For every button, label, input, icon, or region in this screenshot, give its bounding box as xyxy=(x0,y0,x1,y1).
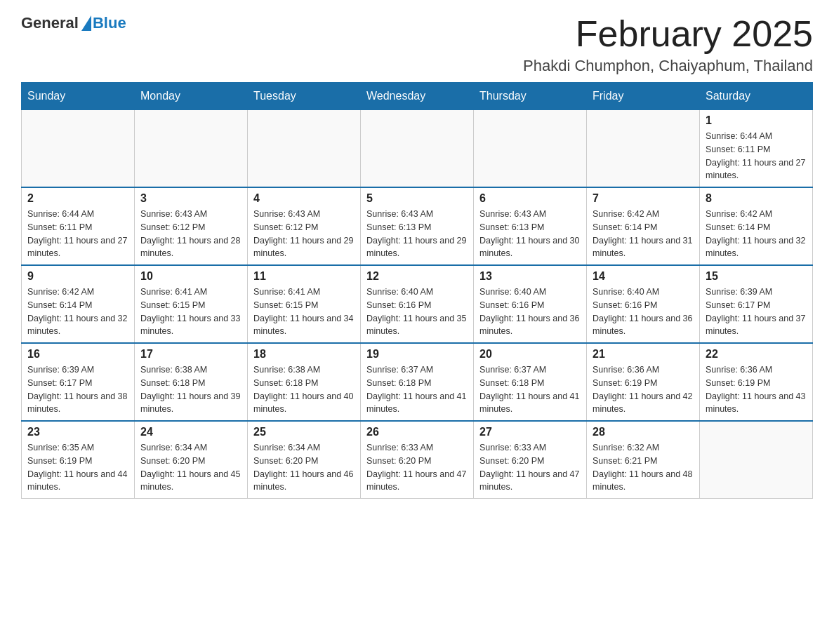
day-number: 20 xyxy=(479,348,581,361)
table-row: 6Sunrise: 6:43 AM Sunset: 6:13 PM Daylig… xyxy=(474,187,587,265)
table-row: 11Sunrise: 6:41 AM Sunset: 6:15 PM Dayli… xyxy=(248,265,361,343)
day-info: Sunrise: 6:35 AM Sunset: 6:19 PM Dayligh… xyxy=(27,441,128,494)
table-row: 13Sunrise: 6:40 AM Sunset: 6:16 PM Dayli… xyxy=(474,265,587,343)
table-row: 8Sunrise: 6:42 AM Sunset: 6:14 PM Daylig… xyxy=(700,187,813,265)
day-number: 16 xyxy=(27,348,128,361)
day-number: 25 xyxy=(253,426,355,438)
table-row xyxy=(700,421,813,499)
day-number: 22 xyxy=(706,348,807,361)
table-row: 21Sunrise: 6:36 AM Sunset: 6:19 PM Dayli… xyxy=(587,343,700,421)
day-info: Sunrise: 6:42 AM Sunset: 6:14 PM Dayligh… xyxy=(593,208,694,260)
header-monday: Monday xyxy=(135,83,248,110)
day-info: Sunrise: 6:38 AM Sunset: 6:18 PM Dayligh… xyxy=(253,363,355,416)
day-number: 17 xyxy=(140,348,241,361)
day-info: Sunrise: 6:34 AM Sunset: 6:20 PM Dayligh… xyxy=(253,441,355,494)
day-info: Sunrise: 6:41 AM Sunset: 6:15 PM Dayligh… xyxy=(253,286,355,338)
day-number: 18 xyxy=(253,348,355,361)
day-number: 5 xyxy=(366,192,468,205)
day-number: 24 xyxy=(140,426,241,438)
day-number: 15 xyxy=(706,270,807,283)
day-number: 9 xyxy=(27,270,128,283)
logo: General Blue xyxy=(21,14,126,32)
header-thursday: Thursday xyxy=(474,83,587,110)
day-info: Sunrise: 6:32 AM Sunset: 6:21 PM Dayligh… xyxy=(593,441,694,494)
table-row: 3Sunrise: 6:43 AM Sunset: 6:12 PM Daylig… xyxy=(135,187,248,265)
table-row: 28Sunrise: 6:32 AM Sunset: 6:21 PM Dayli… xyxy=(587,421,700,499)
day-info: Sunrise: 6:41 AM Sunset: 6:15 PM Dayligh… xyxy=(140,286,241,338)
day-info: Sunrise: 6:43 AM Sunset: 6:12 PM Dayligh… xyxy=(140,208,241,260)
title-section: February 2025 Phakdi Chumphon, Chaiyaphu… xyxy=(523,14,813,75)
day-number: 14 xyxy=(593,270,694,283)
table-row: 15Sunrise: 6:39 AM Sunset: 6:17 PM Dayli… xyxy=(700,265,813,343)
header-saturday: Saturday xyxy=(700,83,813,110)
table-row: 20Sunrise: 6:37 AM Sunset: 6:18 PM Dayli… xyxy=(474,343,587,421)
day-info: Sunrise: 6:40 AM Sunset: 6:16 PM Dayligh… xyxy=(366,286,468,338)
table-row xyxy=(135,110,248,188)
calendar-week-row: 1Sunrise: 6:44 AM Sunset: 6:11 PM Daylig… xyxy=(22,110,813,188)
day-number: 3 xyxy=(140,192,241,205)
logo-triangle-icon xyxy=(81,15,91,31)
day-info: Sunrise: 6:44 AM Sunset: 6:11 PM Dayligh… xyxy=(27,208,128,260)
day-number: 8 xyxy=(706,192,807,205)
calendar-week-row: 2Sunrise: 6:44 AM Sunset: 6:11 PM Daylig… xyxy=(22,187,813,265)
calendar-week-row: 16Sunrise: 6:39 AM Sunset: 6:17 PM Dayli… xyxy=(22,343,813,421)
day-info: Sunrise: 6:44 AM Sunset: 6:11 PM Dayligh… xyxy=(706,130,807,182)
table-row: 5Sunrise: 6:43 AM Sunset: 6:13 PM Daylig… xyxy=(361,187,474,265)
table-row: 10Sunrise: 6:41 AM Sunset: 6:15 PM Dayli… xyxy=(135,265,248,343)
day-number: 11 xyxy=(253,270,355,283)
header-friday: Friday xyxy=(587,83,700,110)
table-row xyxy=(248,110,361,188)
day-info: Sunrise: 6:40 AM Sunset: 6:16 PM Dayligh… xyxy=(479,286,581,338)
table-row: 23Sunrise: 6:35 AM Sunset: 6:19 PM Dayli… xyxy=(22,421,135,499)
day-info: Sunrise: 6:43 AM Sunset: 6:13 PM Dayligh… xyxy=(479,208,581,260)
table-row xyxy=(474,110,587,188)
day-info: Sunrise: 6:38 AM Sunset: 6:18 PM Dayligh… xyxy=(140,363,241,416)
table-row: 19Sunrise: 6:37 AM Sunset: 6:18 PM Dayli… xyxy=(361,343,474,421)
day-number: 13 xyxy=(479,270,581,283)
header-sunday: Sunday xyxy=(22,83,135,110)
day-info: Sunrise: 6:36 AM Sunset: 6:19 PM Dayligh… xyxy=(593,363,694,416)
calendar-header-row: Sunday Monday Tuesday Wednesday Thursday… xyxy=(22,83,813,110)
day-number: 12 xyxy=(366,270,468,283)
table-row: 7Sunrise: 6:42 AM Sunset: 6:14 PM Daylig… xyxy=(587,187,700,265)
table-row xyxy=(361,110,474,188)
calendar-week-row: 23Sunrise: 6:35 AM Sunset: 6:19 PM Dayli… xyxy=(22,421,813,499)
calendar-table: Sunday Monday Tuesday Wednesday Thursday… xyxy=(21,82,813,499)
table-row: 22Sunrise: 6:36 AM Sunset: 6:19 PM Dayli… xyxy=(700,343,813,421)
table-row: 26Sunrise: 6:33 AM Sunset: 6:20 PM Dayli… xyxy=(361,421,474,499)
calendar-week-row: 9Sunrise: 6:42 AM Sunset: 6:14 PM Daylig… xyxy=(22,265,813,343)
day-info: Sunrise: 6:37 AM Sunset: 6:18 PM Dayligh… xyxy=(479,363,581,416)
day-info: Sunrise: 6:39 AM Sunset: 6:17 PM Dayligh… xyxy=(27,363,128,416)
table-row: 17Sunrise: 6:38 AM Sunset: 6:18 PM Dayli… xyxy=(135,343,248,421)
day-info: Sunrise: 6:33 AM Sunset: 6:20 PM Dayligh… xyxy=(366,441,468,494)
day-number: 2 xyxy=(27,192,128,205)
header-tuesday: Tuesday xyxy=(248,83,361,110)
day-info: Sunrise: 6:33 AM Sunset: 6:20 PM Dayligh… xyxy=(479,441,581,494)
table-row xyxy=(22,110,135,188)
table-row: 12Sunrise: 6:40 AM Sunset: 6:16 PM Dayli… xyxy=(361,265,474,343)
table-row: 16Sunrise: 6:39 AM Sunset: 6:17 PM Dayli… xyxy=(22,343,135,421)
day-number: 7 xyxy=(593,192,694,205)
day-number: 19 xyxy=(366,348,468,361)
day-number: 26 xyxy=(366,426,468,438)
day-info: Sunrise: 6:42 AM Sunset: 6:14 PM Dayligh… xyxy=(706,208,807,260)
day-info: Sunrise: 6:43 AM Sunset: 6:13 PM Dayligh… xyxy=(366,208,468,260)
table-row xyxy=(587,110,700,188)
month-title: February 2025 xyxy=(523,14,813,54)
day-info: Sunrise: 6:43 AM Sunset: 6:12 PM Dayligh… xyxy=(253,208,355,260)
day-info: Sunrise: 6:40 AM Sunset: 6:16 PM Dayligh… xyxy=(593,286,694,338)
day-number: 21 xyxy=(593,348,694,361)
day-number: 23 xyxy=(27,426,128,438)
table-row: 4Sunrise: 6:43 AM Sunset: 6:12 PM Daylig… xyxy=(248,187,361,265)
location-subtitle: Phakdi Chumphon, Chaiyaphum, Thailand xyxy=(523,57,813,75)
table-row: 14Sunrise: 6:40 AM Sunset: 6:16 PM Dayli… xyxy=(587,265,700,343)
table-row: 24Sunrise: 6:34 AM Sunset: 6:20 PM Dayli… xyxy=(135,421,248,499)
logo-general-text: General xyxy=(21,14,79,32)
logo-blue-text: Blue xyxy=(93,14,126,32)
table-row: 27Sunrise: 6:33 AM Sunset: 6:20 PM Dayli… xyxy=(474,421,587,499)
day-number: 10 xyxy=(140,270,241,283)
day-info: Sunrise: 6:42 AM Sunset: 6:14 PM Dayligh… xyxy=(27,286,128,338)
day-info: Sunrise: 6:39 AM Sunset: 6:17 PM Dayligh… xyxy=(706,286,807,338)
table-row: 18Sunrise: 6:38 AM Sunset: 6:18 PM Dayli… xyxy=(248,343,361,421)
page-header: General Blue February 2025 Phakdi Chumph… xyxy=(21,14,813,75)
